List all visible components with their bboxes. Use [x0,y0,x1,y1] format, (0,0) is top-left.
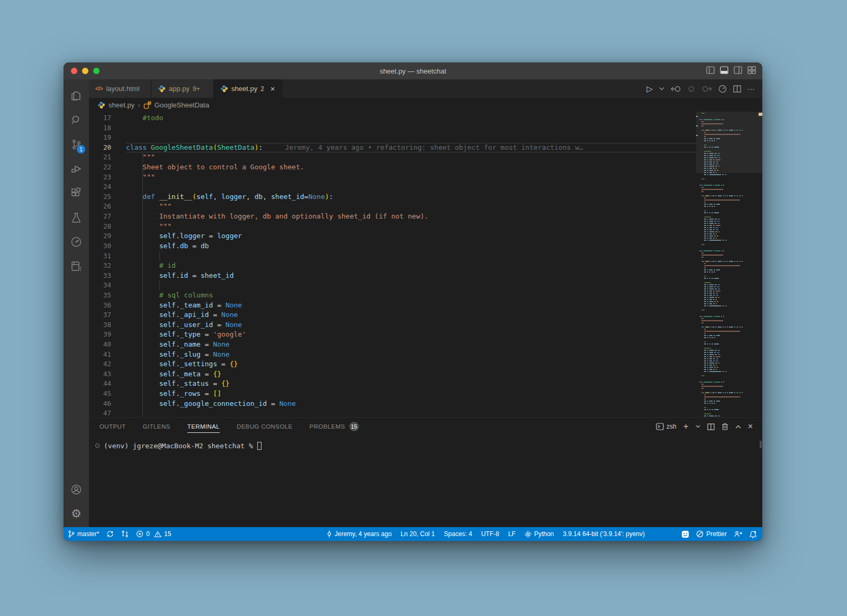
line-content[interactable] [126,409,696,417]
panel-tab-output[interactable]: OUTPUT [100,418,126,436]
line-number[interactable]: 23 [89,173,126,183]
account-icon[interactable] [64,477,89,502]
panel-tab-debug-console[interactable]: DEBUG CONSOLE [237,418,293,436]
line-number[interactable]: 47 [89,409,126,417]
minimap-slider[interactable] [696,112,762,173]
line-number[interactable]: 30 [89,241,126,251]
minimap[interactable] [696,112,762,417]
extensions-icon[interactable] [64,181,89,205]
code-line[interactable]: 21""" [89,152,696,162]
line-number[interactable]: 31 [89,251,126,261]
line-content[interactable]: # id [126,261,696,271]
problems-status[interactable]: 0 15 [136,530,171,538]
code-line[interactable]: 29self.logger = logger [89,231,696,241]
testing-icon[interactable] [64,205,89,230]
code-line[interactable]: 32# id [89,261,696,271]
code-area[interactable]: 17#todo181920class GoogleSheetData(Sheet… [89,113,696,417]
line-content[interactable]: #todo [126,113,696,123]
line-number[interactable]: 34 [89,280,126,291]
line-content[interactable]: Sheet object to control a Google sheet. [126,162,696,173]
line-number[interactable]: 17 [89,113,126,123]
line-content[interactable]: # sql columns [126,291,696,301]
line-content[interactable]: """ [126,173,696,183]
breadcrumb-file[interactable]: sheet.py [109,101,134,109]
sync-status[interactable] [106,530,114,538]
split-editor-icon[interactable] [733,85,741,93]
toggle-secondary-sidebar-icon[interactable] [734,66,742,74]
terminal-dropdown-icon[interactable] [696,425,700,428]
line-content[interactable]: self._api_id = None [126,310,696,320]
line-content[interactable]: self.db = db [126,241,696,251]
feedback-smiley-icon[interactable] [681,530,689,538]
code-line[interactable]: 36self._team_id = None [89,301,696,311]
line-number[interactable]: 18 [89,123,126,133]
code-line[interactable]: 25def __init__(self, logger, db, sheet_i… [89,192,696,202]
customize-layout-icon[interactable] [747,66,756,74]
line-number[interactable]: 35 [89,291,126,301]
close-tab-icon[interactable]: × [271,85,275,93]
code-line[interactable]: 23""" [89,173,696,183]
python-interpreter-status[interactable]: 3.9.14 64-bit ('3.9.14': pyenv) [563,530,645,538]
line-number[interactable]: 25 [89,192,126,202]
line-content[interactable]: self._status = {} [126,379,696,389]
command-decoration-icon[interactable] [95,443,100,448]
explorer-icon[interactable] [64,84,89,108]
line-content[interactable] [126,251,696,261]
editor[interactable]: 17#todo181920class GoogleSheetData(Sheet… [89,112,762,417]
gitlens-graph-icon[interactable] [718,85,727,93]
code-line[interactable]: 17#todo [89,113,696,123]
split-terminal-icon[interactable] [707,423,715,430]
panel-tab-terminal[interactable]: TERMINAL [187,418,220,436]
line-content[interactable]: self._name = None [126,340,696,350]
code-line[interactable]: 24 [89,182,696,192]
line-content[interactable] [126,133,696,143]
breadcrumb-symbol[interactable]: GoogleSheetData [155,101,209,109]
line-number[interactable]: 20 [89,143,126,153]
line-number[interactable]: 22 [89,162,126,173]
line-number[interactable]: 36 [89,301,126,311]
line-content[interactable]: self.id = sheet_id [126,271,696,281]
line-number[interactable]: 32 [89,261,126,271]
line-number[interactable]: 37 [89,310,126,320]
line-number[interactable]: 33 [89,271,126,281]
blame-status[interactable]: Jeremy, 4 years ago [327,530,392,538]
line-content[interactable]: self._meta = {} [126,369,696,379]
indentation-status[interactable]: Spaces: 4 [444,530,472,538]
panel-tab-gitlens[interactable]: GITLENS [143,418,170,436]
code-line[interactable]: 33self.id = sheet_id [89,271,696,281]
line-number[interactable]: 45 [89,389,126,399]
code-line[interactable]: 47 [89,409,696,417]
gitlens-icon[interactable] [64,230,89,254]
line-number[interactable]: 27 [89,212,126,222]
source-control-icon[interactable]: 1 [64,132,89,157]
line-number[interactable]: 29 [89,231,126,241]
code-line[interactable]: 46self._google_connection_id = None [89,399,696,409]
line-number[interactable]: 24 [89,182,126,192]
gitlens-prev-revision-icon[interactable] [671,85,681,93]
line-number[interactable]: 19 [89,133,126,143]
panel-tab-problems[interactable]: PROBLEMS 15 [310,418,359,436]
code-line[interactable]: 35# sql columns [89,291,696,301]
notebook-icon[interactable] [64,254,89,278]
code-line[interactable]: 44self._status = {} [89,379,696,389]
code-line[interactable]: 34 [89,280,696,291]
line-number[interactable]: 21 [89,152,126,162]
terminal[interactable]: (venv) jgreze@MacBook-M2 sheetchat % [89,441,757,527]
line-content[interactable]: self._type = 'google' [126,330,696,340]
liveshare-icon[interactable] [734,530,742,538]
line-content[interactable]: class GoogleSheetData(SheetData):Jeremy,… [126,143,696,153]
language-mode-status[interactable]: Python [525,530,554,538]
terminal-shell-selector[interactable]: zsh [656,423,677,430]
run-dropdown-icon[interactable] [659,87,664,90]
line-content[interactable]: """ [126,202,696,212]
code-line[interactable]: 43self._meta = {} [89,369,696,379]
line-content[interactable] [126,123,696,133]
line-content[interactable]: self._rows = [] [126,389,696,399]
code-line[interactable]: 40self._name = None [89,340,696,350]
search-icon[interactable] [64,108,89,132]
cursor-position-status[interactable]: Ln 20, Col 1 [401,530,435,538]
new-terminal-icon[interactable]: + [683,421,689,432]
kill-terminal-trash-icon[interactable] [722,423,728,430]
titlebar[interactable]: sheet.py — sheetchat [64,62,762,79]
line-content[interactable]: self._google_connection_id = None [126,399,696,409]
